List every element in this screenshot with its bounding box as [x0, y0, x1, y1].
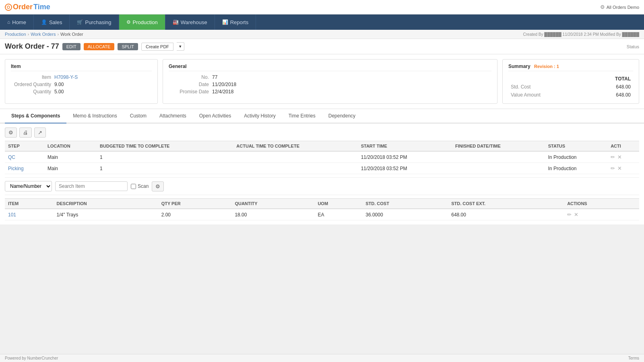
- edit-picking-icon[interactable]: ✏: [611, 165, 615, 171]
- summary-col-total: TOTAL: [588, 75, 632, 82]
- home-icon: ⌂: [7, 19, 10, 25]
- logo-icon: O: [5, 4, 12, 11]
- step-qc-finished: [452, 151, 545, 163]
- nav-label-production: Production: [133, 19, 158, 25]
- quantity-value: 5.00: [54, 89, 64, 95]
- value-amount-label: Value Amount: [509, 91, 587, 99]
- delete-step-icon[interactable]: ✕: [617, 154, 622, 160]
- item-panel-heading: Item: [11, 64, 152, 71]
- item-panel: Item Item H7098-Y-S Ordered Quantity 9.0…: [5, 59, 158, 104]
- tab-custom[interactable]: Custom: [124, 109, 153, 123]
- component-filter: Name/Number Scan ⚙: [5, 177, 639, 195]
- breadcrumb-production[interactable]: Production: [5, 32, 26, 37]
- tab-attachments[interactable]: Attachments: [153, 109, 193, 123]
- edit-button[interactable]: EDIT: [62, 43, 80, 50]
- col-actual-time: ACTUAL TIME TO COMPLETE: [233, 141, 357, 152]
- split-button[interactable]: SPLIT: [118, 43, 138, 50]
- warehouse-icon: 🏭: [173, 19, 179, 25]
- value-amount-value: 648.00: [588, 91, 632, 99]
- comp-actions: ✏ ✕: [564, 209, 639, 220]
- tabs-bar: Steps & Components Memo & Instructions C…: [0, 109, 644, 123]
- comp-uom: EA: [314, 209, 362, 220]
- table-toolbar: ⚙ 🖨 ↗: [5, 128, 639, 138]
- steps-row: QC Main 1 11/20/2018 03:52 PM In Product…: [5, 151, 639, 163]
- no-row: No. 77: [169, 74, 491, 80]
- nav-item-production[interactable]: ⚙ Production: [119, 14, 165, 30]
- edit-step-icon[interactable]: ✏: [611, 154, 615, 160]
- step-qc-budgeted: 1: [97, 151, 233, 163]
- summary-revision: Revision : 1: [534, 64, 559, 69]
- steps-row: Picking Main 1 11/20/2018 03:52 PM In Pr…: [5, 163, 639, 174]
- delete-comp-icon[interactable]: ✕: [574, 212, 578, 218]
- nav-item-sales[interactable]: 👤 Sales: [34, 14, 70, 30]
- tab-time-entries[interactable]: Time Entries: [282, 109, 322, 123]
- sales-icon: 👤: [41, 19, 47, 25]
- tab-memo-instructions[interactable]: Memo & Instructions: [66, 109, 123, 123]
- comp-col-quantity: QUANTITY: [231, 199, 314, 209]
- allocate-button[interactable]: ALLOCATE: [84, 43, 115, 50]
- step-picking-start: 11/20/2018 03:52 PM: [358, 163, 452, 174]
- nav-item-home[interactable]: ⌂ Home: [0, 14, 34, 30]
- comp-std-cost-ext: 648.00: [448, 209, 564, 220]
- print-toolbar-btn[interactable]: 🖨: [19, 128, 32, 138]
- quantity-label: Quantity: [11, 89, 51, 95]
- step-picking: Picking: [5, 163, 44, 174]
- breadcrumb-sep2: ›: [57, 32, 59, 37]
- col-actions-hdr: ACTI: [607, 141, 639, 152]
- export-toolbar-btn[interactable]: ↗: [34, 128, 46, 138]
- tab-open-activities[interactable]: Open Activities: [193, 109, 237, 123]
- ordered-qty-label: Ordered Quantity: [11, 82, 51, 87]
- filter-dropdown[interactable]: Name/Number: [5, 181, 52, 191]
- step-qc-link[interactable]: QC: [8, 154, 15, 160]
- std-cost-value: 648.00: [588, 83, 632, 90]
- step-picking-status: In Production: [545, 163, 607, 174]
- component-row: 101 1/4" Trays 2.00 18.00 EA 36.0000 648…: [5, 209, 639, 220]
- summary-table: TOTAL Std. Cost 648.00 Value Amount 648.…: [508, 74, 633, 99]
- summary-panel: Summary Revision : 1 TOTAL Std. Cost 648…: [502, 59, 639, 104]
- gear-icon[interactable]: ⚙: [600, 4, 605, 10]
- delete-picking-icon[interactable]: ✕: [617, 165, 622, 171]
- step-qc: QC: [5, 151, 44, 163]
- step-picking-link[interactable]: Picking: [8, 166, 24, 171]
- tab-activity-history[interactable]: Activity History: [237, 109, 282, 123]
- scan-label: Scan: [131, 183, 149, 189]
- nav-label-warehouse: Warehouse: [181, 19, 207, 25]
- quantity-row: Quantity 5.00: [11, 89, 152, 95]
- col-location: LOCATION: [44, 141, 97, 152]
- breadcrumb-work-orders[interactable]: Work Orders: [31, 32, 56, 37]
- settings-toolbar-btn[interactable]: ⚙: [5, 128, 17, 138]
- comp-col-qty-per: QTY PER: [158, 199, 232, 209]
- components-table: ITEM DESCRIPTION QTY PER QUANTITY UOM ST…: [5, 198, 639, 220]
- breadcrumb: Production › Work Orders › Work Order: [5, 32, 83, 37]
- nav-item-warehouse[interactable]: 🏭 Warehouse: [165, 14, 215, 30]
- summary-panel-heading: Summary Revision : 1: [508, 64, 633, 71]
- std-cost-label: Std. Cost: [509, 83, 587, 90]
- col-step: STEP: [5, 141, 44, 152]
- nav-item-reports[interactable]: 📊 Reports: [215, 14, 256, 30]
- date-row: Date 11/20/2018: [169, 82, 491, 87]
- tab-steps-components[interactable]: Steps & Components: [5, 109, 66, 123]
- step-picking-finished: [452, 163, 545, 174]
- component-settings-btn[interactable]: ⚙: [152, 181, 164, 191]
- create-pdf-button[interactable]: Create PDF: [141, 43, 173, 51]
- pdf-dropdown-button[interactable]: ▾: [177, 42, 184, 51]
- comp-item-link[interactable]: 101: [8, 212, 16, 218]
- item-link[interactable]: H7098-Y-S: [54, 74, 78, 80]
- scan-checkbox[interactable]: [131, 184, 136, 189]
- search-item-input[interactable]: [55, 181, 128, 191]
- promise-date-value: 12/4/2018: [212, 89, 233, 95]
- edit-comp-icon[interactable]: ✏: [567, 212, 572, 218]
- item-row: Item H7098-Y-S: [11, 74, 152, 80]
- page-header: Work Order - 77 EDIT ALLOCATE SPLIT Crea…: [0, 39, 644, 54]
- logo-order: Order: [13, 3, 33, 11]
- step-picking-budgeted: 1: [97, 163, 233, 174]
- promise-date-row: Promise Date 12/4/2018: [169, 89, 491, 95]
- date-value: 11/20/2018: [212, 82, 236, 87]
- step-picking-location: Main: [44, 163, 97, 174]
- tab-dependency[interactable]: Dependency: [322, 109, 362, 123]
- comp-col-std-cost: STD. COST: [362, 199, 448, 209]
- col-budgeted-time: BUDGETED TIME TO COMPLETE: [97, 141, 233, 152]
- steps-table: STEP LOCATION BUDGETED TIME TO COMPLETE …: [5, 141, 639, 174]
- comp-col-item: ITEM: [5, 199, 54, 209]
- nav-item-purchasing[interactable]: 🛒 Purchasing: [70, 14, 119, 30]
